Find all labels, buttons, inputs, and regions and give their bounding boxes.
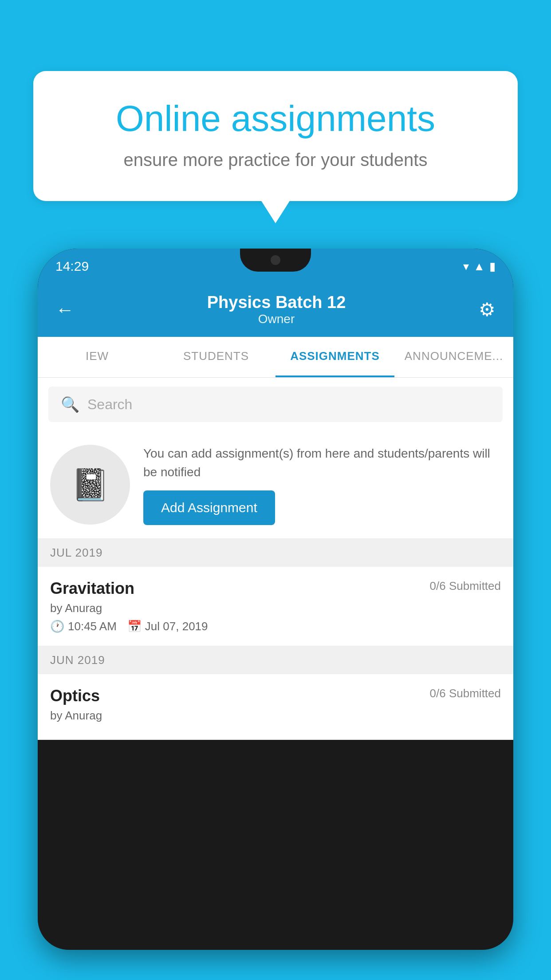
speech-bubble-container: Online assignments ensure more practice … — [33, 71, 518, 201]
tab-students[interactable]: STUDENTS — [157, 337, 276, 377]
promo-icon-circle: 📓 — [50, 445, 130, 525]
tab-assignments[interactable]: ASSIGNMENTS — [276, 337, 394, 377]
submitted-badge-optics: 0/6 Submitted — [430, 687, 501, 700]
phone-content: 🔍 Search 📓 You can add assignment(s) fro… — [38, 378, 513, 740]
assignment-row-top: Gravitation 0/6 Submitted — [50, 579, 501, 598]
assignment-meta: by Anurag — [50, 601, 501, 615]
assignment-details: 🕐 10:45 AM 📅 Jul 07, 2019 — [50, 620, 501, 633]
add-assignment-promo: 📓 You can add assignment(s) from here an… — [38, 431, 513, 539]
search-icon: 🔍 — [61, 395, 79, 413]
time-detail: 🕐 10:45 AM — [50, 620, 117, 633]
speech-bubble: Online assignments ensure more practice … — [33, 71, 518, 201]
search-input[interactable]: Search — [87, 396, 132, 413]
phone-frame: 14:29 ▾ ▲ ▮ ← Physics Batch 12 Owner ⚙ I… — [38, 249, 513, 950]
promo-description: You can add assignment(s) from here and … — [143, 444, 501, 482]
assignment-meta-optics: by Anurag — [50, 709, 501, 723]
battery-icon: ▮ — [489, 260, 496, 273]
search-bar[interactable]: 🔍 Search — [48, 387, 503, 422]
promo-text-area: You can add assignment(s) from here and … — [143, 444, 501, 525]
header-center: Physics Batch 12 Owner — [207, 293, 346, 326]
add-assignment-button[interactable]: Add Assignment — [143, 490, 275, 525]
calendar-icon: 📅 — [127, 620, 142, 633]
signal-icon: ▲ — [473, 260, 485, 273]
wifi-icon: ▾ — [463, 260, 469, 273]
back-button[interactable]: ← — [55, 299, 74, 320]
header-title: Physics Batch 12 — [207, 293, 346, 312]
author-text: by Anurag — [50, 601, 102, 615]
assignment-name-optics: Optics — [50, 687, 100, 705]
speech-bubble-subtitle: ensure more practice for your students — [69, 150, 482, 170]
phone-container: 14:29 ▾ ▲ ▮ ← Physics Batch 12 Owner ⚙ I… — [38, 249, 513, 980]
month-separator-jul: JUL 2019 — [38, 539, 513, 567]
tab-announcements[interactable]: ANNOUNCEME... — [394, 337, 513, 377]
clock-icon: 🕐 — [50, 620, 64, 633]
search-bar-container: 🔍 Search — [38, 378, 513, 431]
assignment-row-top-optics: Optics 0/6 Submitted — [50, 687, 501, 705]
notebook-icon: 📓 — [71, 466, 110, 503]
status-time: 14:29 — [55, 259, 89, 274]
tabs-bar: IEW STUDENTS ASSIGNMENTS ANNOUNCEME... — [38, 337, 513, 378]
settings-icon[interactable]: ⚙ — [479, 299, 496, 320]
time-text: 10:45 AM — [68, 620, 117, 633]
tab-iew[interactable]: IEW — [38, 337, 157, 377]
status-bar: 14:29 ▾ ▲ ▮ — [38, 249, 513, 284]
header-subtitle: Owner — [207, 312, 346, 326]
month-separator-jun: JUN 2019 — [38, 646, 513, 674]
notch-camera — [271, 255, 280, 265]
assignment-item-gravitation[interactable]: Gravitation 0/6 Submitted by Anurag 🕐 10… — [38, 567, 513, 646]
assignment-name: Gravitation — [50, 579, 134, 598]
phone-notch — [240, 249, 311, 272]
status-icons: ▾ ▲ ▮ — [463, 260, 496, 273]
speech-bubble-title: Online assignments — [69, 98, 482, 139]
author-text-optics: by Anurag — [50, 709, 102, 723]
date-text: Jul 07, 2019 — [145, 620, 208, 633]
date-detail: 📅 Jul 07, 2019 — [127, 620, 208, 633]
submitted-badge: 0/6 Submitted — [430, 579, 501, 593]
assignment-item-optics[interactable]: Optics 0/6 Submitted by Anurag — [38, 674, 513, 740]
app-header: ← Physics Batch 12 Owner ⚙ — [38, 284, 513, 337]
